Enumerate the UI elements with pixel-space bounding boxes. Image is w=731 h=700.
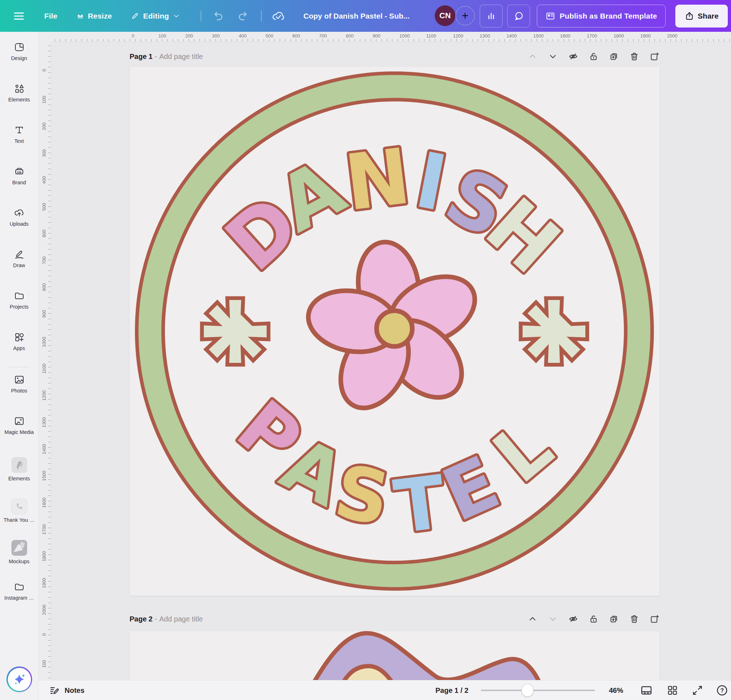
ruler-corner [38,32,51,42]
sparkle-icon [12,672,27,687]
zoom-level[interactable]: 46% [609,680,623,700]
sidebar-item-uploads[interactable]: Uploads [0,204,38,246]
photos-icon [14,374,25,385]
sidebar-item-design[interactable]: Design [0,38,38,79]
ruler-label: 1300 [480,33,490,38]
hide-page-icon[interactable] [568,614,578,624]
redo-button[interactable] [236,0,251,32]
chevron-down-icon [173,13,180,20]
move-page-down-icon[interactable] [548,614,558,624]
share-upload-icon [685,12,694,21]
sidebar-item-thank-you[interactable]: Thank You … [0,495,38,537]
grid-icon [667,685,678,696]
cloud-save-status[interactable] [270,0,286,32]
design-title[interactable]: Copy of Danish Pastel - Sub... [303,0,410,32]
publish-label: Publish as Brand Template [560,12,657,21]
help-button[interactable]: ? [716,680,728,700]
lock-page-icon[interactable] [589,51,599,62]
mockup-thumbnail [12,540,27,556]
main-menu-button[interactable] [13,0,25,32]
page2-title[interactable]: Page 2-Add page title [129,615,203,623]
ruler-label: 1400 [41,444,47,454]
add-page-icon[interactable] [650,614,660,624]
file-menu-button[interactable]: File [44,0,57,32]
page1-title[interactable]: Page 1-Add page title [129,53,203,61]
sidebar-item-apps[interactable]: Apps [0,328,38,365]
hide-page-icon[interactable] [568,51,578,62]
sidebar-item-projects[interactable]: Projects [0,287,38,328]
fern-icon [13,459,25,471]
ruler-label: 1800 [41,551,47,562]
move-page-up-icon[interactable] [527,51,537,62]
ruler-label: 500 [41,203,47,211]
ruler-label: 0 [41,69,47,71]
ruler-label: 300 [41,149,47,157]
sidebar-item-magic-media[interactable]: Magic Media [0,412,38,454]
editing-mode-button[interactable]: Editing [131,0,180,32]
sidebar-item-text[interactable]: Text [0,121,38,163]
undo-button[interactable] [211,0,225,32]
hamburger-icon [13,10,25,22]
bar-chart-icon [486,11,496,21]
text-icon [14,125,25,135]
delete-page-icon[interactable] [629,51,639,62]
avatar[interactable]: CN [435,5,455,26]
ruler-label: 1000 [399,33,410,38]
phone-icon [15,502,24,511]
sidebar-item-brand[interactable]: co Brand [0,163,38,204]
shapes-icon [14,83,25,94]
share-button[interactable]: Share [675,4,728,28]
fullscreen-button[interactable] [692,680,703,700]
help-icon: ? [716,684,728,696]
move-page-down-icon[interactable] [548,51,558,62]
zoom-slider[interactable] [481,690,595,691]
ruler-label: 1700 [41,524,47,535]
grid-view-button[interactable] [667,680,678,700]
resize-button[interactable]: Resize [76,0,112,32]
page2-header: Page 2-Add page title [129,612,660,626]
page1-card[interactable]: D A N I S H P A S T E L [129,67,660,596]
ruler-label: 500 [266,33,273,38]
plus-icon [461,11,470,21]
page2-card[interactable] [129,631,660,680]
ruler-label: 1300 [41,417,47,428]
insights-button[interactable] [480,4,503,28]
zoom-slider-thumb[interactable] [521,684,534,697]
duplicate-page-icon[interactable] [609,51,619,62]
page-indicator[interactable]: Page 1 / 2 [436,680,468,700]
add-collaborator-button[interactable] [455,6,475,25]
timeline-icon [640,684,652,696]
ruler-label: 1800 [614,33,624,38]
svg-text:N: N [340,131,415,228]
page1-header: Page 1-Add page title [129,49,660,63]
crown-icon [76,12,84,20]
comments-button[interactable] [507,4,530,28]
sidebar-item-draw[interactable]: Draw [0,246,38,287]
sidebar-item-elements[interactable]: Elements [0,79,38,121]
notes-button[interactable]: Notes [49,680,85,700]
magic-media-icon [14,416,25,426]
ruler-label: 1100 [426,33,436,38]
add-page-icon[interactable] [650,51,660,62]
publish-brand-template-button[interactable]: Publish as Brand Template [537,4,666,28]
delete-page-icon[interactable] [629,614,639,624]
timeline-view-button[interactable] [640,680,652,700]
vertical-ruler: 0100200300400500600700800900100011001200… [38,42,51,680]
ruler-label: 200 [185,33,193,38]
ruler-label: 1500 [533,33,544,38]
duplicate-page-icon[interactable] [609,614,619,624]
move-page-up-icon[interactable] [527,614,537,624]
sidebar-item-instagram[interactable]: Instagram … [0,578,38,619]
sidebar-item-elements-folder[interactable]: Elements [0,454,38,495]
ruler-label: 1600 [41,497,47,508]
canvas-workspace[interactable]: Page 1-Add page title [51,42,731,680]
editing-label: Editing [143,12,169,21]
danish-pastel-badge: D A N I S H P A S T E L [129,67,660,596]
undo-icon [211,10,225,22]
lock-page-icon[interactable] [589,614,599,624]
sidebar-item-photos[interactable]: Photos [0,371,38,412]
ai-assistant-button[interactable] [6,666,32,692]
sidebar-item-mockups[interactable]: Mockups [0,537,38,578]
brand-kit-icon: co [14,166,25,177]
page2-actions [527,614,660,624]
